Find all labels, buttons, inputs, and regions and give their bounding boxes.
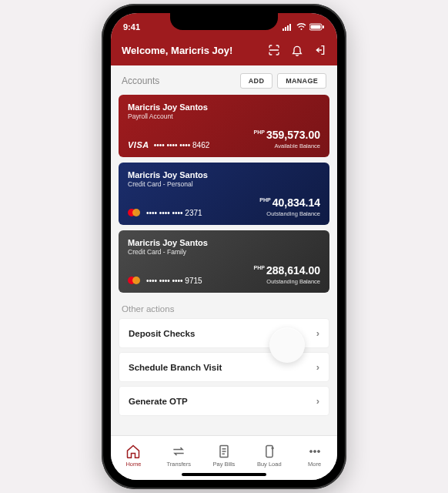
account-card-credit-personal[interactable]: Maricris Joy Santos Credit Card - Person… xyxy=(119,163,329,225)
add-button[interactable]: ADD xyxy=(240,73,272,89)
action-label: Schedule Branch Visit xyxy=(129,363,222,372)
account-name: Maricris Joy Santos xyxy=(128,238,320,247)
balance-label: Outstanding Balance xyxy=(254,278,320,285)
svg-rect-2 xyxy=(287,25,289,31)
status-icons xyxy=(283,23,325,31)
tab-label: More xyxy=(308,461,321,468)
svg-rect-9 xyxy=(266,446,272,458)
home-icon xyxy=(125,444,141,459)
svg-rect-0 xyxy=(283,29,284,31)
receipt-icon xyxy=(216,444,232,459)
balance-label: Available Balance xyxy=(254,143,320,149)
action-generate-otp[interactable]: Generate OTP › xyxy=(119,386,329,416)
app-header: Welcome, Maricris Joy! xyxy=(111,38,337,65)
tab-label: Home xyxy=(125,461,141,468)
tab-label: Transfers xyxy=(166,461,190,468)
chevron-right-icon: › xyxy=(316,361,319,373)
card-number: VISA •••• •••• •••• 8462 xyxy=(128,140,209,149)
signal-icon xyxy=(283,23,293,31)
wifi-icon xyxy=(296,23,306,31)
mastercard-logo xyxy=(128,276,142,285)
chevron-right-icon: › xyxy=(316,395,319,407)
account-balance: 359,573.00 xyxy=(266,129,320,141)
manage-button[interactable]: MANAGE xyxy=(277,73,326,89)
svg-rect-6 xyxy=(311,25,321,29)
visa-logo: VISA xyxy=(128,140,149,149)
account-type: Payroll Account xyxy=(128,112,320,120)
tab-buy-load[interactable]: Buy Load xyxy=(249,444,289,468)
account-type: Credit Card - Personal xyxy=(128,180,320,188)
other-actions-title: Other actions xyxy=(119,298,329,318)
tab-more[interactable]: More xyxy=(295,444,335,468)
logout-icon[interactable] xyxy=(314,44,326,56)
tab-home[interactable]: Home xyxy=(113,444,153,468)
main-content[interactable]: Accounts ADD MANAGE Maricris Joy Santos … xyxy=(111,65,337,435)
battery-icon xyxy=(309,23,325,31)
phone-frame: 9:41 Welcome, Maricris Joy! Accounts ADD… xyxy=(102,4,346,489)
account-balance: 40,834.14 xyxy=(272,196,320,209)
account-name: Maricris Joy Santos xyxy=(128,170,320,179)
svg-point-12 xyxy=(317,451,319,453)
card-number: •••• •••• •••• 9715 xyxy=(128,276,202,285)
notch xyxy=(170,13,278,30)
svg-rect-3 xyxy=(289,24,291,31)
action-label: Deposit Checks xyxy=(129,329,195,338)
account-type: Credit Card - Family xyxy=(128,248,320,256)
transfers-icon xyxy=(171,444,186,459)
account-balance: 288,614.00 xyxy=(266,264,320,277)
status-time: 9:41 xyxy=(123,22,140,32)
svg-point-4 xyxy=(301,29,303,30)
action-label: Generate OTP xyxy=(129,397,188,406)
account-name: Maricris Joy Santos xyxy=(128,102,320,112)
account-card-credit-family[interactable]: Maricris Joy Santos Credit Card - Family… xyxy=(119,230,329,293)
bell-icon[interactable] xyxy=(291,44,303,56)
account-card-payroll[interactable]: Maricris Joy Santos Payroll Account VISA… xyxy=(119,95,329,157)
svg-rect-1 xyxy=(285,27,286,31)
chevron-right-icon: › xyxy=(316,327,319,339)
svg-point-11 xyxy=(313,451,316,453)
tab-label: Pay Bills xyxy=(213,461,236,468)
tab-label: Buy Load xyxy=(257,461,282,468)
balance-label: Outstanding Balance xyxy=(259,210,320,217)
tab-transfers[interactable]: Transfers xyxy=(159,444,199,468)
mastercard-logo xyxy=(128,208,142,217)
card-number: •••• •••• •••• 2371 xyxy=(128,208,202,217)
accounts-title: Accounts xyxy=(122,75,159,86)
svg-point-10 xyxy=(309,451,312,453)
svg-rect-7 xyxy=(323,25,324,29)
more-icon xyxy=(307,444,323,459)
screen: 9:41 Welcome, Maricris Joy! Accounts ADD… xyxy=(111,13,337,480)
home-indicator[interactable] xyxy=(182,473,266,476)
qr-scan-icon[interactable] xyxy=(268,44,280,56)
floating-button[interactable] xyxy=(269,327,305,363)
tab-pay-bills[interactable]: Pay Bills xyxy=(204,444,244,468)
welcome-text: Welcome, Maricris Joy! xyxy=(122,45,232,56)
phone-icon xyxy=(262,444,277,459)
